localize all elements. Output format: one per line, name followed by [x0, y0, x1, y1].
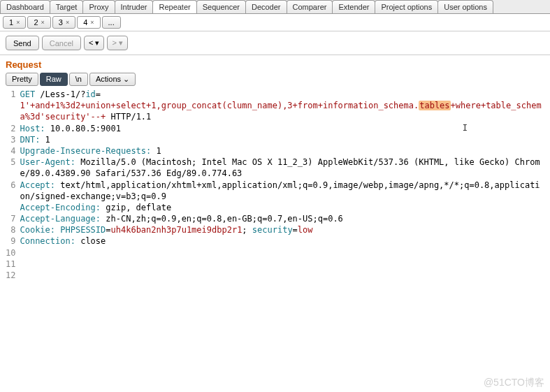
history-prev-button[interactable]: < ▾	[84, 36, 105, 50]
close-icon[interactable]: ×	[16, 19, 20, 26]
tab-extender[interactable]: Extender	[332, 0, 375, 13]
send-button[interactable]: Send	[6, 36, 39, 50]
close-icon[interactable]: ×	[66, 19, 69, 26]
tab-project-options[interactable]: Project options	[375, 0, 438, 13]
request-body[interactable]: GET /Less-1/?id=1'+and+1%3d2+union+selec…	[20, 89, 544, 281]
tab-intruder[interactable]: Intruder	[115, 0, 154, 13]
section-title-request: Request	[6, 59, 544, 70]
tab-decoder[interactable]: Decoder	[245, 0, 287, 13]
text-cursor-icon: I	[463, 122, 468, 133]
newline-toggle-button[interactable]: \n	[69, 73, 88, 86]
actions-dropdown[interactable]: Actions ⌄	[89, 73, 136, 86]
tab-sequencer[interactable]: Sequencer	[196, 0, 246, 13]
tab-user-options[interactable]: User options	[437, 0, 493, 13]
sub-tab-3[interactable]: 3×	[52, 16, 75, 29]
repeater-sub-tabs: 1× 2× 3× 4× ...	[0, 14, 550, 31]
cancel-button: Cancel	[42, 36, 81, 50]
close-icon[interactable]: ×	[90, 19, 94, 26]
action-bar: Send Cancel < ▾ > ▾	[0, 31, 550, 55]
request-panel: Request Pretty Raw \n Actions ⌄ 1 2 3 4 …	[0, 55, 550, 295]
close-icon[interactable]: ×	[41, 19, 45, 26]
sub-tab-4[interactable]: 4×	[77, 16, 100, 29]
line-gutter: 1 2 3 4 5 6 7 8 9 10 11 12	[6, 89, 20, 281]
tab-dashboard[interactable]: Dashboard	[0, 0, 50, 13]
tab-proxy[interactable]: Proxy	[82, 0, 115, 13]
sub-tab-add[interactable]: ...	[102, 16, 121, 29]
tab-target[interactable]: Target	[50, 0, 84, 13]
tab-repeater[interactable]: Repeater	[152, 0, 196, 13]
raw-view-button[interactable]: Raw	[40, 73, 68, 86]
search-highlight: tables	[419, 101, 450, 110]
tab-comparer[interactable]: Comparer	[287, 0, 333, 13]
main-tab-bar: Dashboard Target Proxy Intruder Repeater…	[0, 0, 550, 14]
history-next-button: > ▾	[107, 36, 128, 50]
request-editor[interactable]: 1 2 3 4 5 6 7 8 9 10 11 12 GET /Less-1/?…	[6, 89, 544, 295]
sub-tab-2[interactable]: 2×	[27, 16, 50, 29]
sub-tab-1[interactable]: 1×	[3, 16, 26, 29]
pretty-view-button[interactable]: Pretty	[6, 73, 38, 86]
view-mode-row: Pretty Raw \n Actions ⌄	[6, 73, 544, 86]
